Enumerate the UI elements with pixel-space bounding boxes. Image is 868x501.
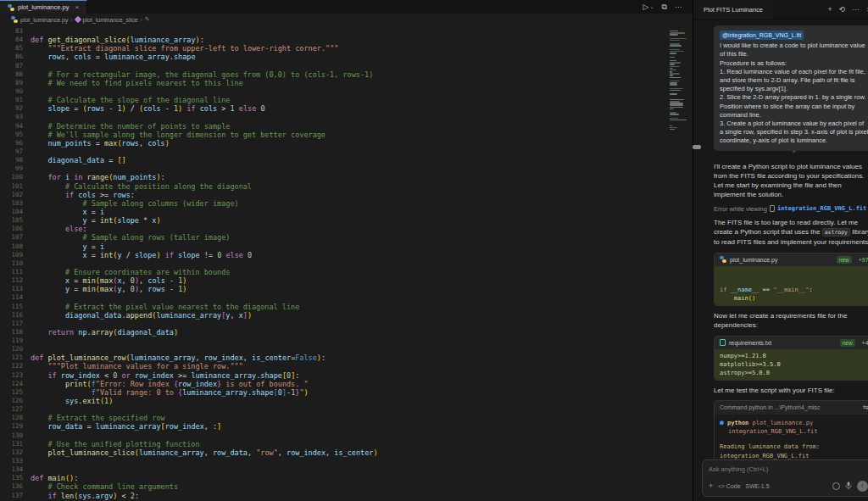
- code-line: if cols >= rows:: [31, 191, 669, 199]
- terminal-header[interactable]: Command python in ...\Python\4_misc ⇆: [715, 401, 868, 415]
- terminal-output-line: Reading luminance data from:: [720, 443, 868, 451]
- line-number: 123: [0, 371, 23, 380]
- code-line: # Sample along columns (wider image): [31, 199, 669, 208]
- chat-tab-title[interactable]: Plot FITS Luminance: [693, 0, 773, 19]
- minimap-line: [670, 31, 678, 31]
- line-number: 128: [0, 414, 23, 422]
- file-icon: [770, 205, 775, 212]
- breadcrumb-separator: ›: [141, 17, 142, 23]
- new-chat-icon[interactable]: +: [827, 6, 832, 14]
- code-area[interactable]: def get_diagonal_slice(luminance_array):…: [31, 27, 669, 501]
- error-file-link[interactable]: integration_RGB_VNG_L.fit: [777, 205, 866, 212]
- run-dropdown-icon[interactable]: ⌄: [650, 4, 654, 9]
- code-line: [31, 405, 669, 414]
- code-line: # Determine the number of points to samp…: [31, 122, 669, 131]
- line-number: 134: [0, 465, 23, 474]
- mic-icon[interactable]: [845, 482, 852, 491]
- line-number: 121: [0, 353, 23, 362]
- code-line: [31, 320, 669, 328]
- history-icon[interactable]: ⟲: [839, 6, 846, 14]
- code-line: """Plot luminance values for a single ro…: [31, 362, 669, 370]
- diff-card-requirements[interactable]: requirements.txt new +4 numpy>=1.21.0mat…: [714, 336, 868, 381]
- code-line: # Extract the specified row: [31, 414, 669, 422]
- panel-resize-handle[interactable]: [693, 145, 701, 149]
- editor-scrollbar[interactable]: [687, 27, 693, 501]
- line-number: 97: [0, 148, 23, 156]
- line-number: 103: [0, 199, 23, 208]
- more-actions-icon[interactable]: ···: [675, 3, 682, 11]
- line-number: 111: [0, 268, 23, 276]
- code-line: [31, 431, 669, 440]
- code-line: plot_luminance_slice(luminance_array, ro…: [31, 448, 669, 457]
- user-message-paragraph: 3. Create a plot of luminance value by e…: [720, 120, 868, 146]
- line-number: 84: [0, 36, 23, 44]
- code-line: # Extract the pixel value nearest to the…: [31, 303, 669, 311]
- split-editor-icon[interactable]: ⧉: [662, 3, 667, 11]
- code-line: # Calculate the slope of the diagonal li…: [31, 96, 669, 104]
- line-number: 102: [0, 191, 23, 199]
- diff-code-line: [720, 277, 868, 286]
- minimap-line: [670, 84, 677, 85]
- tab-close-icon[interactable]: ×: [75, 3, 79, 11]
- breadcrumb-symbol[interactable]: plot_luminance_slice: [83, 17, 138, 23]
- model-selector[interactable]: SWE-1.5: [746, 483, 770, 489]
- diff-card-plot-luminance[interactable]: plot_luminance.py new +97 if __name__ ==…: [714, 253, 868, 306]
- breadcrumb: plot_luminance.py › plot_luminance_slice…: [0, 14, 693, 25]
- code-line: return np.array(diagonal_data): [31, 328, 669, 337]
- diff-card-header[interactable]: plot_luminance.py new +97: [715, 253, 868, 266]
- minimap-line: [670, 45, 682, 46]
- code-line: [31, 345, 669, 353]
- usage-circle-icon[interactable]: [832, 482, 840, 490]
- diff-code-line: astropy>=5.0.0: [720, 369, 868, 377]
- diff-card-code: if __name__ == "__main__": main(): [715, 266, 868, 305]
- code-line: f"Valid range: 0 to {luminance_array.sha…: [31, 388, 669, 397]
- code-line: print(f"Error: Row index {row_index} is …: [31, 380, 669, 388]
- python-file-icon: [8, 4, 14, 11]
- code-line: num_points = max(rows, cols): [31, 139, 669, 148]
- added-lines-count: +97: [859, 257, 868, 263]
- line-number: 101: [0, 182, 23, 191]
- line-number: 108: [0, 242, 23, 251]
- code-line: [31, 337, 669, 345]
- text-file-icon: [720, 339, 726, 346]
- minimap[interactable]: [669, 27, 687, 501]
- diff-code-line: [720, 269, 868, 277]
- chat-input-box[interactable]: Ask anything (Ctrl+L) + <> Code SWE-1.5 …: [702, 459, 868, 497]
- diff-code-line: if __name__ == "__main__":: [720, 286, 868, 294]
- line-number: 112: [0, 276, 23, 285]
- user-message-bubble: @integration_RGB_VNG_L.fit I would like …: [714, 25, 868, 151]
- chat-panel: Plot FITS Luminance + ⟲ ··· ✕ @integrati…: [693, 0, 868, 501]
- minimap-line: [670, 68, 673, 69]
- mode-selector[interactable]: <> Code: [718, 483, 740, 489]
- line-number: 107: [0, 233, 23, 242]
- minimap-line: [670, 88, 683, 89]
- breadcrumb-file[interactable]: plot_luminance.py: [20, 17, 68, 23]
- python-file-icon: [720, 256, 726, 263]
- code-editor[interactable]: 8384858687888990919293949596979899100101…: [0, 25, 693, 501]
- line-number: 122: [0, 362, 23, 370]
- more-icon[interactable]: ···: [852, 6, 860, 14]
- line-number: 109: [0, 251, 23, 259]
- chat-input-placeholder[interactable]: Ask anything (Ctrl+L): [709, 465, 868, 473]
- add-context-button[interactable]: +: [709, 482, 713, 490]
- open-in-terminal-icon[interactable]: ⇆: [863, 404, 868, 411]
- minimap-line: [670, 99, 684, 100]
- code-line: [31, 259, 669, 268]
- diff-card-header[interactable]: requirements.txt new +4: [715, 337, 868, 349]
- breadcrumb-separator: ›: [70, 17, 72, 23]
- tab-plot-luminance-py[interactable]: plot_luminance.py ×: [0, 0, 87, 14]
- error-while-viewing-row[interactable]: Error while viewing integration_RGB_VNG_…: [714, 205, 868, 213]
- user-message-paragraph: 2. Slice the 2-D array prepared in 1. by…: [720, 93, 868, 120]
- code-line: x = i: [31, 208, 669, 216]
- send-button[interactable]: ↑: [857, 481, 868, 492]
- minimap-line: [670, 107, 683, 108]
- minimap-line: [670, 90, 681, 91]
- run-python-button[interactable]: ▷⌄: [643, 3, 654, 11]
- collapse-chevron-icon[interactable]: ⌃: [714, 152, 868, 157]
- diff-card-filename: plot_luminance.py: [730, 257, 777, 263]
- line-number: 136: [0, 482, 23, 491]
- minimap-line: [670, 112, 676, 113]
- chat-message-list[interactable]: @integration_RGB_VNG_L.fit I would like …: [693, 20, 868, 501]
- astropy-inline-code: astropy: [822, 228, 850, 237]
- file-mention-chip[interactable]: @integration_RGB_VNG_L.fit: [720, 31, 804, 40]
